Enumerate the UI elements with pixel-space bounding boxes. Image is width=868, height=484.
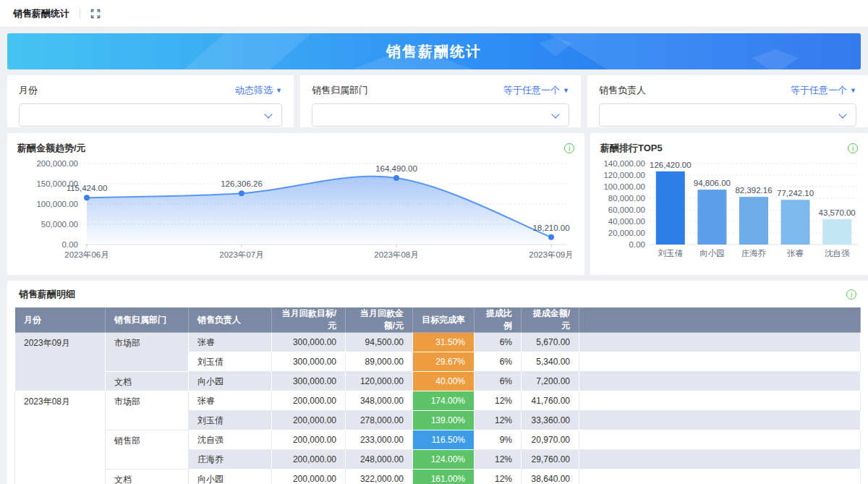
filter-operator-person[interactable]: 等于任意一个▼ bbox=[791, 84, 856, 97]
filter-label-month: 月份 bbox=[19, 84, 38, 97]
rank-bar[interactable] bbox=[822, 219, 851, 245]
data-point[interactable] bbox=[393, 175, 399, 181]
table-cell: 124.00% bbox=[413, 450, 475, 470]
table-row: 文档向小园300,000.00120,000.0040.00%6%7,200.0… bbox=[15, 372, 861, 391]
table-cell: 6% bbox=[475, 333, 522, 352]
table-cell: 278,000.00 bbox=[346, 411, 413, 430]
data-point[interactable] bbox=[239, 190, 244, 196]
column-header bbox=[579, 307, 861, 333]
table-cell bbox=[579, 470, 861, 484]
rank-bar-chart: 0.0020,000.0040,000.0060,000.0080,000.00… bbox=[600, 158, 858, 262]
table-cell: 12% bbox=[475, 470, 522, 484]
x-axis-tick: 2023年09月 bbox=[529, 250, 571, 259]
person-select[interactable] bbox=[599, 103, 856, 127]
filter-card-month: 月份 动态筛选▼ bbox=[7, 75, 294, 127]
banner-title: 销售薪酬统计 bbox=[7, 42, 861, 61]
column-header: 提成金额/元 bbox=[522, 307, 579, 333]
data-point[interactable] bbox=[84, 195, 90, 200]
filter-operator-month[interactable]: 动态筛选▼ bbox=[235, 84, 282, 97]
info-icon[interactable]: i bbox=[848, 143, 858, 153]
table-cell: 5,340.00 bbox=[522, 352, 579, 372]
table-row: 文档向小园200,000.00322,000.00161.00%12%38,64… bbox=[15, 470, 861, 484]
table-cell: 31.50% bbox=[413, 333, 475, 352]
table-cell: 刘玉倩 bbox=[189, 352, 272, 372]
rank-bar[interactable] bbox=[739, 197, 768, 245]
rank-chart-panel: 薪酬排行TOP5 i 0.0020,000.0040,000.0060,000.… bbox=[590, 133, 868, 275]
x-axis-tick: 2023年08月 bbox=[374, 250, 418, 259]
table-cell bbox=[579, 391, 861, 411]
table-cell: 139.00% bbox=[413, 411, 475, 430]
info-icon[interactable]: i bbox=[564, 143, 574, 153]
department-select[interactable] bbox=[312, 103, 569, 127]
table-cell bbox=[579, 352, 861, 372]
bar-category-label: 张睿 bbox=[787, 249, 804, 258]
filter-label-person: 销售负责人 bbox=[599, 84, 646, 97]
x-axis-tick: 2023年07月 bbox=[219, 250, 263, 259]
data-point-label: 126,306.26 bbox=[221, 179, 263, 188]
table-cell: 5,670.00 bbox=[522, 333, 579, 352]
table-cell: 40.00% bbox=[413, 372, 475, 391]
detail-table-panel: 销售薪酬明细 i 月份销售归属部门销售负责人当月回款目标/元当月回款金额/元目标… bbox=[7, 281, 868, 484]
table-row: 2023年09月市场部张睿300,000.0094,500.0031.50%6%… bbox=[15, 333, 861, 352]
table-cell: 174.00% bbox=[413, 391, 475, 411]
salary-detail-table: 月份销售归属部门销售负责人当月回款目标/元当月回款金额/元目标完成率提成比例提成… bbox=[14, 307, 861, 484]
page-tab-title: 销售薪酬统计 bbox=[13, 7, 69, 20]
filter-operator-department[interactable]: 等于任意一个▼ bbox=[503, 84, 569, 97]
table-cell: 12% bbox=[475, 411, 522, 430]
rank-bar[interactable] bbox=[656, 171, 685, 245]
bar-value-label: 94,806.00 bbox=[694, 179, 731, 187]
month-select[interactable] bbox=[19, 103, 282, 127]
table-cell: 33,360.00 bbox=[522, 411, 579, 430]
trend-area-chart: 0.0050,000.00100,000.00150,000.00200,000… bbox=[17, 158, 571, 262]
table-cell: 89,000.00 bbox=[346, 352, 413, 372]
y-axis-tick: 100,000.00 bbox=[36, 200, 78, 208]
table-header-row: 月份销售归属部门销售负责人当月回款目标/元当月回款金额/元目标完成率提成比例提成… bbox=[15, 307, 861, 333]
table-cell: 233,000.00 bbox=[346, 430, 413, 450]
y-axis-tick: 40,000.00 bbox=[608, 217, 645, 226]
table-cell: 161.00% bbox=[413, 470, 475, 484]
table-cell: 200,000.00 bbox=[272, 470, 346, 484]
dashboard-app: 销售薪酬统计 销售薪酬统计 月份 动态筛选▼ 销售归属部门 bbox=[0, 0, 868, 484]
table-row: 销售部沈自强200,000.00233,000.00116.50%9%20,97… bbox=[15, 430, 861, 450]
table-cell bbox=[579, 450, 861, 470]
topbar: 销售薪酬统计 bbox=[0, 0, 868, 27]
table-cell bbox=[579, 372, 861, 391]
table-cell: 6% bbox=[475, 372, 522, 391]
table-cell: 2023年08月 bbox=[15, 391, 106, 484]
table-cell: 200,000.00 bbox=[272, 411, 346, 430]
table-cell: 张睿 bbox=[189, 391, 272, 411]
topbar-divider bbox=[80, 9, 80, 19]
column-header: 提成比例 bbox=[475, 307, 522, 333]
table-cell: 向小园 bbox=[189, 372, 272, 391]
table-cell: 300,000.00 bbox=[272, 333, 346, 352]
rank-bar[interactable] bbox=[781, 200, 810, 245]
table-cell: 文档 bbox=[106, 470, 189, 484]
table-cell bbox=[579, 411, 861, 430]
data-point-label: 164,490.00 bbox=[375, 164, 417, 173]
y-axis-tick: 100,000.00 bbox=[603, 182, 645, 191]
bar-value-label: 82,392.16 bbox=[735, 186, 772, 195]
data-point[interactable] bbox=[548, 234, 554, 240]
banner: 销售薪酬统计 bbox=[7, 33, 861, 69]
table-cell: 348,000.00 bbox=[346, 391, 413, 411]
filter-label-department: 销售归属部门 bbox=[312, 84, 368, 97]
triangle-down-icon: ▼ bbox=[563, 88, 569, 94]
table-cell: 文档 bbox=[106, 372, 189, 391]
filter-card-department: 销售归属部门 等于任意一个▼ bbox=[300, 75, 581, 127]
table-cell: 张睿 bbox=[189, 333, 272, 352]
table-cell: 庄海乔 bbox=[189, 450, 272, 470]
fullscreen-icon[interactable] bbox=[90, 9, 101, 19]
x-axis-tick: 2023年06月 bbox=[64, 250, 109, 259]
table-cell: 向小园 bbox=[189, 470, 272, 484]
table-cell: 41,760.00 bbox=[522, 391, 579, 411]
info-icon[interactable]: i bbox=[846, 289, 856, 300]
table-cell: 销售部 bbox=[106, 430, 189, 470]
table-cell: 29.67% bbox=[413, 352, 475, 372]
rank-bar[interactable] bbox=[697, 190, 726, 245]
table-cell: 38,640.00 bbox=[522, 470, 579, 484]
y-axis-tick: 200,000.00 bbox=[36, 159, 78, 168]
column-header: 销售归属部门 bbox=[106, 307, 189, 333]
y-axis-tick: 0.00 bbox=[62, 240, 78, 249]
column-header: 当月回款目标/元 bbox=[272, 307, 346, 333]
table-cell: 200,000.00 bbox=[272, 391, 346, 411]
